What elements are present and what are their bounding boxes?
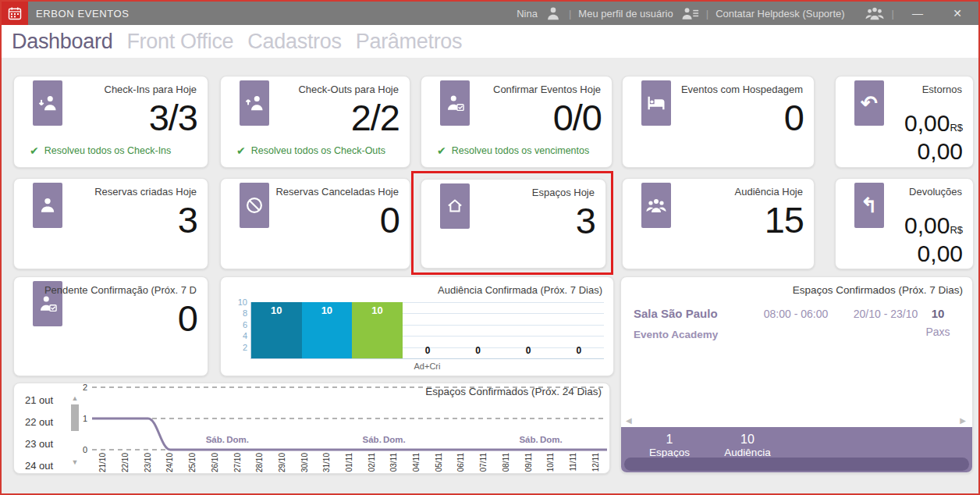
- bar-slot: 10: [302, 302, 353, 358]
- person-checkin-icon: [33, 80, 62, 126]
- x-tick-label: 08/11: [502, 453, 510, 472]
- card-checkins[interactable]: Check-Ins para Hoje 3/3 ✔Resolveu todos …: [13, 76, 208, 168]
- user-menu[interactable]: Nina: [517, 8, 538, 20]
- card-pendente-confirmacao[interactable]: Pendente Confirmação (Próx. 7 D 0: [13, 276, 208, 376]
- bar: 10: [352, 302, 403, 358]
- chart-espacos-confirmados-24: 21 out22 out23 out24 out ▲ ▼ Espaços Con…: [13, 383, 610, 474]
- card-title: Reservas Canceladas Hoje: [275, 186, 399, 198]
- bar-value-label: 10: [302, 304, 353, 316]
- people-group-icon[interactable]: [865, 5, 885, 22]
- card-audiencia-hoje[interactable]: Audiência Hoje 15: [622, 178, 815, 269]
- no-entry-icon: [240, 183, 269, 228]
- weekend-label: Sáb.: [519, 435, 538, 444]
- bar-slot: 0: [503, 302, 554, 358]
- card-title: Estornos: [922, 84, 962, 95]
- bar: 10: [302, 302, 353, 358]
- date-list-item[interactable]: 21 out: [25, 394, 66, 416]
- card-value: 3/3: [149, 97, 197, 139]
- card-checkouts[interactable]: Check-Outs para Hoje 2/2 ✔Resolveu todos…: [220, 76, 410, 168]
- weekend-label: Sáb.: [206, 435, 225, 444]
- x-tick-label: 11/11: [569, 453, 577, 472]
- nav-item-front-office[interactable]: Front Office: [126, 30, 233, 54]
- x-tick-label: 24/10: [165, 453, 174, 472]
- y-tick-label: 2: [83, 383, 87, 392]
- scroll-left-icon[interactable]: ◀: [626, 416, 632, 425]
- nav-item-dashboard[interactable]: Dashboard: [12, 30, 112, 54]
- card-value: 0/0: [553, 97, 602, 139]
- date-list-item[interactable]: 24 out: [25, 460, 66, 482]
- card-value: 0: [380, 199, 399, 241]
- card-title: Pendente Confirmação (Próx. 7 D: [44, 284, 197, 296]
- nav-item-cadastros[interactable]: Cadastros: [247, 30, 341, 54]
- booking-time-range: 08:00 - 06:00: [749, 308, 843, 320]
- bed-icon: [641, 80, 671, 126]
- x-tick-label: 10/11: [546, 453, 555, 472]
- main-nav: Dashboard Front Office Cadastros Parâmet…: [2, 25, 978, 58]
- bar-value-label: 0: [403, 345, 453, 356]
- x-tick-label: 28/10: [255, 453, 264, 472]
- x-tick-label: 23/10: [144, 453, 152, 472]
- y-tick-label: 1: [83, 414, 87, 423]
- chart-audiencia-confirmada: Audiência Confirmada (Próx. 7 Dias) 1086…: [220, 276, 614, 376]
- card-value: 0: [178, 297, 197, 340]
- scroll-right-icon[interactable]: ▶: [960, 416, 966, 425]
- date-list-item[interactable]: 23 out: [25, 438, 66, 460]
- profile-menu[interactable]: Meu perfil de usuário: [578, 8, 673, 20]
- y-tick-label: 8: [243, 308, 247, 318]
- scrollbar-thumb[interactable]: [71, 404, 79, 431]
- x-tick-label: 25/10: [188, 453, 197, 472]
- people-group-icon: [641, 183, 671, 228]
- nav-item-parametros[interactable]: Parâmetros: [356, 30, 463, 54]
- weekend-label: Dom.: [226, 435, 249, 444]
- card-reservas-canceladas[interactable]: Reservas Canceladas Hoje 0: [220, 178, 410, 269]
- card-title: Check-Ins para Hoje: [105, 84, 197, 95]
- card-devolucoes[interactable]: ↰ Devoluções 0,00R$ 0,00: [835, 178, 974, 269]
- card-title: Confirmar Eventos Hoje: [493, 84, 601, 95]
- status-text: Resolveu todos os Check-Outs: [251, 145, 385, 156]
- x-tick-label: 05/11: [435, 453, 443, 472]
- x-tick-label: 02/11: [368, 453, 376, 472]
- user-profile-icon[interactable]: [680, 5, 699, 22]
- bar-slot: 10: [352, 302, 403, 358]
- card-title: Reservas criadas Hoje: [94, 186, 197, 198]
- card-eventos-hospedagem[interactable]: Eventos com Hospedagem 0: [622, 76, 815, 168]
- helpdesk-menu[interactable]: Contatar Helpdesk (Suporte): [715, 8, 844, 20]
- x-tick-label: 07/11: [479, 453, 488, 472]
- bar-series: 1010100000: [251, 302, 604, 358]
- bar: 10: [251, 302, 302, 358]
- user-icon[interactable]: [545, 5, 562, 22]
- booking-space-name: Sala São Paulo: [634, 307, 718, 320]
- status-text: Resolveu todos os Check-Ins: [44, 145, 172, 156]
- calendar-icon: [7, 5, 23, 21]
- minimize-button[interactable]: —: [901, 2, 934, 25]
- x-tick-label: 06/11: [456, 453, 465, 472]
- card-estornos[interactable]: ↶ Estornos 0,00R$ 0,00: [835, 76, 974, 168]
- chart-title: Audiência Confirmada (Próx. 7 Dias): [438, 284, 602, 296]
- check-icon: ✔: [30, 144, 39, 157]
- x-tick-label: 01/11: [345, 453, 353, 472]
- panel-scrollbar[interactable]: [624, 458, 969, 471]
- close-button[interactable]: ✕: [941, 2, 974, 25]
- card-espacos-hoje[interactable]: Espaços Hoje 3: [421, 179, 606, 269]
- card-confirmar-eventos[interactable]: Confirmar Eventos Hoje 0/0 ✔Resolveu tod…: [421, 76, 612, 168]
- card-reservas-criadas[interactable]: Reservas criadas Hoje 3: [13, 178, 208, 269]
- undo-arrow-icon: ↶: [854, 80, 884, 126]
- card-title: Eventos com Hospedagem: [681, 84, 803, 95]
- app-logo: [2, 2, 28, 25]
- card-title: Devoluções: [909, 186, 962, 198]
- currency-suffix: R$: [950, 122, 963, 134]
- y-tick-label: 4: [243, 331, 247, 340]
- weekend-label: Dom.: [383, 435, 406, 444]
- bar-value-label: 10: [352, 304, 403, 316]
- vertical-scrollbar[interactable]: ▲ ▼: [69, 394, 81, 466]
- y-tick-label: 6: [243, 320, 247, 329]
- card-title: Espaços Hoje: [532, 187, 595, 198]
- bar-slot: 0: [403, 302, 453, 358]
- person-checkout-icon: [240, 80, 269, 126]
- person-icon: [33, 183, 62, 228]
- person-confirm-icon: [440, 80, 470, 126]
- date-list-item[interactable]: 22 out: [25, 416, 66, 438]
- scroll-up-icon[interactable]: ▲: [69, 394, 81, 402]
- scroll-down-icon[interactable]: ▼: [69, 458, 81, 466]
- booking-paxs-label: Paxs: [914, 326, 961, 338]
